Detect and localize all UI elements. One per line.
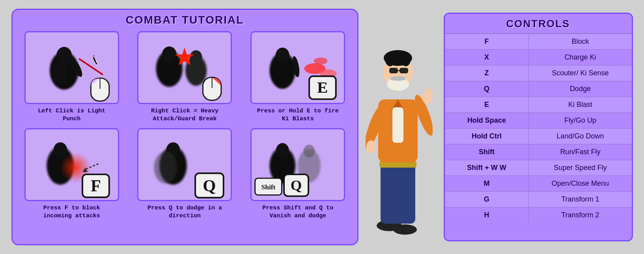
tutorial-img-q-key: Q [137, 128, 232, 201]
tutorial-cell-right-click: Right Click = Heavy Attack/Guard Break [131, 31, 239, 123]
caption-right-click: Right Click = Heavy Attack/Guard Break [141, 107, 228, 123]
tutorial-cell-shift-q: Shift Q Press Shift and Q to Vanish and … [244, 128, 352, 220]
controls-row: ShiftRun/Fast Fly [445, 144, 632, 160]
control-action: Scouter/ Ki Sense [529, 65, 632, 81]
character-svg [366, 21, 433, 241]
controls-row: XCharge Ki [445, 50, 632, 65]
caption-e-key: Press or Hold E to fire Ki Blasts [254, 107, 341, 123]
svg-text:F: F [91, 176, 101, 195]
controls-row: ZScouter/ Ki Sense [445, 65, 632, 81]
control-key: Shift [445, 144, 529, 160]
control-action: Ki Blast [529, 97, 632, 113]
character-illustration [366, 13, 437, 241]
svg-text:E: E [317, 78, 328, 96]
svg-rect-59 [389, 68, 398, 73]
svg-text:Q: Q [203, 176, 216, 195]
svg-point-64 [390, 76, 406, 81]
control-key: H [445, 207, 529, 223]
control-key: G [445, 192, 529, 207]
tutorial-cell-left-click: Left Click is Light Punch [18, 31, 126, 123]
control-action: Super Speed Fly [529, 160, 632, 176]
controls-title: CONTROLS [445, 14, 632, 34]
svg-marker-7 [93, 56, 98, 65]
tutorial-img-f-key: F [24, 128, 119, 201]
tutorial-grid: Left Click is Light Punch [18, 31, 352, 220]
tutorial-cell-f-key: F Press F to block incoming attacks [18, 128, 126, 220]
controls-row: Hold CtrlLand/Go Down [445, 129, 632, 144]
controls-row: Hold SpaceFly/Go Up [445, 113, 632, 129]
caption-f-key: Press F to block incoming attacks [28, 204, 115, 220]
tutorial-cell-q-key: Q Press Q to dodge in a direction [131, 128, 239, 220]
svg-line-4 [79, 59, 102, 75]
controls-row: QDodge [445, 81, 632, 97]
caption-shift-q: Press Shift and Q to Vanish and dodge [254, 204, 341, 220]
control-key: F [445, 34, 529, 50]
svg-rect-46 [381, 162, 415, 224]
svg-point-17 [276, 48, 289, 63]
caption-q-key: Press Q to dodge in a direction [141, 204, 228, 220]
control-action: Run/Fast Fly [529, 144, 632, 160]
svg-point-25 [53, 142, 67, 158]
control-action: Fly/Go Up [529, 113, 632, 129]
control-key: Z [445, 65, 529, 81]
svg-rect-2 [54, 63, 66, 82]
control-action: Transform 2 [529, 207, 632, 223]
control-action: Open/Close Menu [529, 176, 632, 192]
tutorial-img-e-key: E [250, 31, 345, 104]
control-key: Q [445, 81, 529, 97]
tutorial-title: COMBAT TUTORIAL [18, 14, 352, 26]
control-action: Block [529, 34, 632, 50]
control-key: Hold Ctrl [445, 129, 529, 144]
svg-point-57 [385, 54, 395, 66]
svg-point-37 [276, 143, 289, 158]
svg-point-10 [162, 47, 177, 63]
caption-left-click: Left Click is Light Punch [28, 107, 115, 123]
svg-rect-50 [392, 107, 403, 143]
tutorial-img-left-click [24, 31, 119, 104]
svg-point-45 [393, 224, 417, 235]
svg-text:Q: Q [291, 177, 302, 193]
control-action: Transform 1 [529, 192, 632, 207]
control-key: M [445, 176, 529, 192]
svg-point-12 [190, 50, 202, 64]
tutorial-img-right-click [137, 31, 232, 104]
svg-text:Shift: Shift [261, 183, 276, 191]
controls-panel: CONTROLS FBlockXCharge KiZScouter/ Ki Se… [444, 13, 633, 241]
tutorial-cell-e-key: E Press or Hold E to fire Ki Blasts [244, 31, 352, 123]
control-key: X [445, 50, 529, 65]
svg-rect-8 [93, 55, 94, 56]
svg-point-21 [314, 58, 328, 64]
tutorial-img-shift-q: Shift Q [250, 128, 345, 201]
controls-row: HTransform 2 [445, 207, 632, 223]
control-action: Dodge [529, 81, 632, 97]
controls-row: Shift + W WSuper Speed Fly [445, 160, 632, 176]
svg-point-58 [401, 54, 411, 66]
controls-row: EKi Blast [445, 97, 632, 113]
svg-point-39 [304, 145, 315, 158]
svg-rect-60 [399, 68, 408, 73]
tutorial-panel: COMBAT TUTORIAL [11, 9, 358, 245]
controls-table: FBlockXCharge KiZScouter/ Ki SenseQDodge… [445, 34, 632, 223]
controls-row: GTransform 1 [445, 192, 632, 207]
svg-point-33 [154, 151, 177, 183]
control-key: E [445, 97, 529, 113]
control-action: Charge Ki [529, 50, 632, 65]
controls-row: FBlock [445, 34, 632, 50]
controls-row: MOpen/Close Menu [445, 176, 632, 192]
control-key: Shift + W W [445, 160, 529, 176]
control-action: Land/Go Down [529, 129, 632, 144]
control-key: Hold Space [445, 113, 529, 129]
